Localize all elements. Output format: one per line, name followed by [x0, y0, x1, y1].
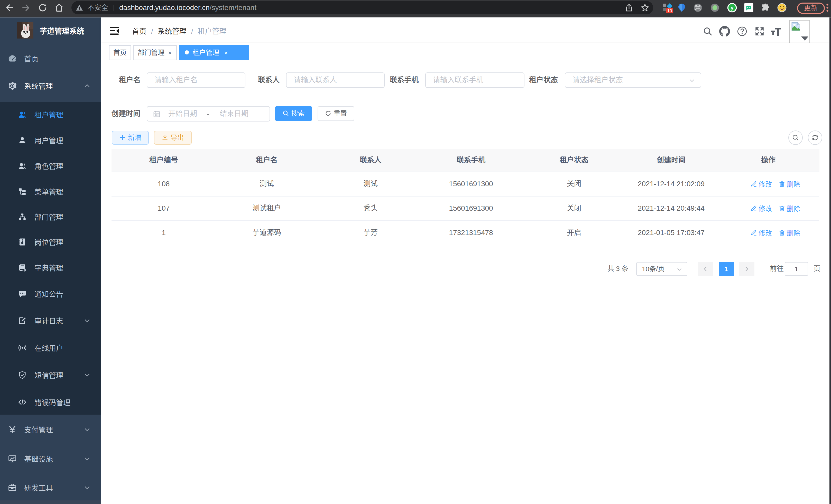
svg-text:10: 10 — [667, 8, 672, 13]
svg-text:y: y — [730, 5, 734, 10]
